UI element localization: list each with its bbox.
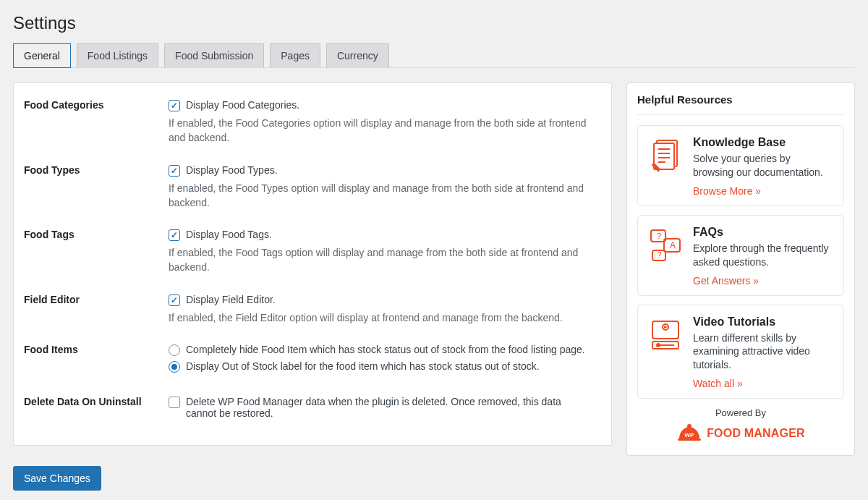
settings-content-panel: Food Categories Display Food Categories.… (13, 82, 612, 446)
checkbox-icon (169, 165, 180, 177)
checkbox-label: Display Field Editor. (186, 294, 276, 305)
resource-video-tutorials: Video Tutorials Learn different skills b… (637, 305, 844, 399)
svg-rect-19 (678, 438, 701, 441)
checkbox-label: Delete WP Food Manager data when the plu… (186, 396, 591, 419)
radio-icon (169, 344, 180, 356)
page-title: Settings (13, 13, 855, 33)
setting-delete-data-on-uninstall: Delete Data On Uninstall Delete WP Food … (24, 396, 591, 423)
checkbox-label: Display Food Types. (186, 164, 278, 176)
setting-field-editor: Field Editor Display Field Editor. If en… (24, 294, 591, 325)
resource-title: FAQs (693, 226, 833, 239)
brand-logo: WP FOOD MANAGER (676, 423, 805, 444)
resource-title: Knowledge Base (693, 136, 833, 149)
setting-food-categories: Food Categories Display Food Categories.… (24, 99, 591, 145)
video-icon (648, 315, 683, 353)
resource-desc: Learn different skills by examining attr… (693, 331, 833, 373)
tab-food-listings[interactable]: Food Listings (77, 43, 158, 68)
resource-link-watch-all[interactable]: Watch all » (693, 378, 743, 389)
faq-icon: ? A ? (648, 226, 683, 263)
radio-label: Display Out of Stock label for the food … (186, 360, 540, 372)
checkbox-food-types[interactable]: Display Food Types. (169, 164, 591, 177)
svg-rect-1 (654, 143, 674, 169)
radio-label: Completely hide Food Item which has stoc… (186, 344, 585, 355)
radio-icon (169, 361, 180, 373)
settings-tabs: General Food Listings Food Submission Pa… (13, 43, 855, 68)
radio-hide-out-of-stock[interactable]: Completely hide Food Item which has stoc… (169, 344, 591, 356)
setting-description: If enabled, the Food Types option will d… (169, 181, 591, 211)
setting-description: If enabled, the Field Editor option will… (169, 310, 591, 325)
setting-label: Food Types (24, 164, 169, 211)
tab-pages[interactable]: Pages (270, 43, 320, 68)
resource-title: Video Tutorials (693, 315, 833, 329)
tab-food-submission[interactable]: Food Submission (164, 43, 264, 68)
powered-by-section: Powered By WP FOOD MANAGER (637, 407, 844, 446)
powered-by-label: Powered By (637, 407, 844, 418)
tab-general[interactable]: General (13, 43, 71, 68)
svg-text:A: A (670, 240, 676, 250)
resource-knowledge-base: Knowledge Base Solve your queries by bro… (637, 125, 844, 206)
food-manager-logo-icon: WP (676, 423, 702, 444)
helpful-resources-panel: Helpful Resources Knowledge Base (626, 82, 855, 456)
radio-display-out-of-stock-label[interactable]: Display Out of Stock label for the food … (169, 360, 591, 373)
svg-marker-14 (664, 326, 668, 329)
checkbox-icon (169, 229, 180, 241)
resource-link-get-answers[interactable]: Get Answers » (693, 275, 759, 287)
svg-point-18 (687, 424, 692, 428)
checkbox-food-categories[interactable]: Display Food Categories. (169, 99, 591, 111)
svg-point-17 (657, 344, 660, 347)
sidebar-heading: Helpful Resources (637, 93, 844, 115)
checkbox-field-editor[interactable]: Display Field Editor. (169, 294, 591, 306)
document-icon (648, 136, 683, 174)
checkbox-icon (169, 100, 180, 111)
resource-desc: Solve your queries by browsing our docum… (693, 152, 833, 179)
setting-label: Food Categories (24, 99, 169, 145)
setting-food-types: Food Types Display Food Types. If enable… (24, 164, 591, 211)
checkbox-icon (169, 397, 180, 408)
svg-text:?: ? (657, 232, 661, 240)
svg-text:WP: WP (685, 432, 695, 438)
setting-food-tags: Food Tags Display Food Tags. If enabled,… (24, 229, 591, 275)
checkbox-food-tags[interactable]: Display Food Tags. (169, 229, 591, 241)
tab-currency[interactable]: Currency (326, 43, 389, 68)
setting-description: If enabled, the Food Categories option w… (169, 116, 591, 145)
checkbox-label: Display Food Tags. (186, 229, 272, 240)
setting-food-items: Food Items Completely hide Food Item whi… (24, 344, 591, 377)
checkbox-label: Display Food Categories. (186, 99, 299, 111)
save-changes-button[interactable]: Save Changes (13, 466, 101, 491)
svg-text:?: ? (658, 251, 662, 259)
resource-desc: Explore through the frequently asked que… (693, 242, 833, 269)
setting-label: Delete Data On Uninstall (24, 396, 169, 423)
brand-name: FOOD MANAGER (707, 427, 805, 440)
checkbox-delete-data[interactable]: Delete WP Food Manager data when the plu… (169, 396, 591, 419)
checkbox-icon (169, 295, 180, 306)
setting-description: If enabled, the Food Tags option will di… (169, 245, 591, 275)
resource-faqs: ? A ? FAQs Explore through the frequentl… (637, 215, 844, 296)
setting-label: Food Tags (24, 229, 169, 275)
setting-label: Field Editor (24, 294, 169, 325)
setting-label: Food Items (24, 344, 169, 377)
resource-link-browse-more[interactable]: Browse More » (693, 185, 761, 197)
